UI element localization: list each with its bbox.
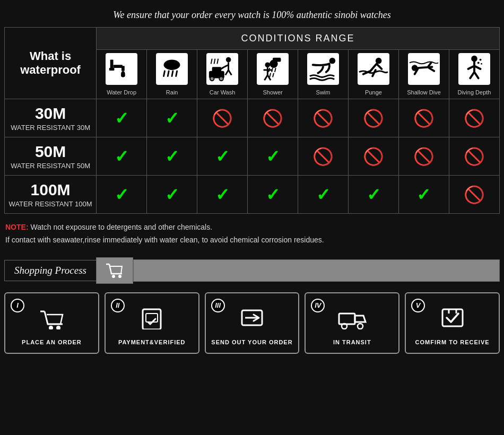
svg-point-21 xyxy=(210,77,214,81)
step-place-order: I PLACE AN ORDER xyxy=(4,292,99,354)
step3-label: SEND OUT YOUR ORDER xyxy=(211,338,292,346)
check-50m-shower: ✓ xyxy=(248,137,298,176)
check-100m-water-drop: ✓ xyxy=(97,176,147,214)
shallow-dive-label: Shallow Dive xyxy=(401,89,447,95)
svg-rect-57 xyxy=(146,314,158,322)
step5-icon xyxy=(439,306,466,334)
shopping-section: Shopping Process I xyxy=(0,252,504,364)
note-section: NOTE: Watch not exposure to detergents a… xyxy=(0,214,504,252)
check-50m-diving-depth: 🚫 xyxy=(449,137,499,176)
rain-label: Rain xyxy=(149,89,195,95)
svg-point-6 xyxy=(121,74,125,77)
col-water-drop: Water Drop xyxy=(97,50,147,99)
table-row-30m: 30M WATER RESISTANT 30M ✓ ✓ 🚫 🚫 🚫 🚫 🚫 🚫 xyxy=(5,99,500,137)
col-car-wash: Car Wash xyxy=(197,50,248,99)
svg-point-52 xyxy=(118,275,121,278)
car-wash-icon xyxy=(206,53,238,85)
col-rain: Rain xyxy=(147,50,197,99)
shopping-bar xyxy=(133,259,500,282)
note-line2: If contact with seawater,rinse immediate… xyxy=(5,234,499,247)
row-100m-label: 100M WATER RESISTANT 100M xyxy=(5,176,97,214)
svg-rect-20 xyxy=(212,67,221,72)
conditions-header: CONDITIONS RANGE xyxy=(97,28,500,50)
swim-label: Swim xyxy=(300,89,346,95)
check-100m-rain: ✓ xyxy=(147,176,197,214)
check-100m-punge: ✓ xyxy=(349,176,399,214)
check-50m-punge: 🚫 xyxy=(349,137,399,176)
punge-icon xyxy=(358,53,389,85)
svg-line-12 xyxy=(176,71,177,76)
check-50m-rain: ✓ xyxy=(147,137,197,176)
svg-point-14 xyxy=(226,57,231,63)
col-punge: Punge xyxy=(349,50,399,99)
svg-rect-2 xyxy=(109,68,115,71)
car-wash-label: Car Wash xyxy=(199,89,245,95)
svg-rect-3 xyxy=(114,65,123,68)
svg-point-34 xyxy=(265,62,271,67)
svg-point-62 xyxy=(358,324,363,329)
note-label: NOTE: xyxy=(5,223,29,231)
step-payment: II PAYMENT&VERIFIED xyxy=(105,292,199,354)
shopping-cart-box xyxy=(96,257,133,284)
diving-depth-label: Diving Depth xyxy=(451,89,497,95)
check-50m-shallow-dive: 🚫 xyxy=(399,137,449,176)
steps-row: I PLACE AN ORDER II xyxy=(4,292,500,364)
step5-label: COMFIRM TO RECEIVE xyxy=(415,338,490,346)
step3-num: III xyxy=(211,299,225,312)
check-50m-swim: 🚫 xyxy=(298,137,349,176)
step4-icon xyxy=(338,306,367,334)
check-50m-water-drop: ✓ xyxy=(97,137,147,176)
check-30m-rain: ✓ xyxy=(147,99,197,137)
check-50m-car-wash: ✓ xyxy=(197,137,248,176)
step4-num: IV xyxy=(311,299,325,312)
step1-label: PLACE AN ORDER xyxy=(22,338,82,346)
col-shallow-dive: Shallow Dive xyxy=(399,50,449,99)
shopping-header: Shopping Process xyxy=(4,257,500,284)
cart-icon xyxy=(105,262,124,279)
step2-label: PAYMENT&VERIFIED xyxy=(118,338,186,346)
svg-point-22 xyxy=(219,77,223,81)
svg-point-54 xyxy=(49,326,53,329)
shallow-dive-icon xyxy=(408,53,440,85)
svg-point-47 xyxy=(477,62,480,64)
svg-point-55 xyxy=(56,326,60,329)
note-line1: NOTE: Watch not exposure to detergents a… xyxy=(5,221,499,234)
svg-point-28 xyxy=(270,60,277,68)
check-100m-shallow-dive: ✓ xyxy=(399,176,449,214)
check-30m-water-drop: ✓ xyxy=(97,99,147,137)
row-50m-label: 50M WATER RESISTANT 50M xyxy=(5,137,97,176)
waterproof-section: What is waterproof CONDITIONS RANGE xyxy=(0,27,504,214)
step2-num: II xyxy=(111,299,125,312)
row-30m-label: 30M WATER RESISTANT 30M xyxy=(5,99,97,137)
step1-num: I xyxy=(11,299,24,312)
step4-label: IN TRANSIT xyxy=(333,338,371,346)
svg-point-8 xyxy=(164,60,180,70)
water-drop-icon xyxy=(106,53,137,85)
check-30m-punge: 🚫 xyxy=(349,99,399,137)
step1-icon xyxy=(38,306,65,334)
svg-rect-4 xyxy=(121,66,125,71)
water-drop-label: Water Drop xyxy=(99,89,144,95)
step-send-out: III SEND OUT YOUR ORDER xyxy=(205,292,300,354)
svg-rect-1 xyxy=(110,60,114,69)
check-100m-shower: ✓ xyxy=(248,176,298,214)
check-30m-diving-depth: 🚫 xyxy=(449,99,499,137)
note-text1: Watch not exposure to detergents and oth… xyxy=(29,223,213,231)
check-100m-diving-depth: 🚫 xyxy=(449,176,499,214)
step5-num: V xyxy=(411,299,425,312)
check-100m-swim: ✓ xyxy=(298,176,349,214)
col-swim: Swim xyxy=(298,50,349,99)
check-30m-shallow-dive: 🚫 xyxy=(399,99,449,137)
svg-line-10 xyxy=(168,71,169,76)
punge-label: Punge xyxy=(351,89,396,95)
svg-point-51 xyxy=(112,275,115,278)
svg-rect-63 xyxy=(442,309,463,326)
check-30m-swim: 🚫 xyxy=(298,99,349,137)
svg-point-40 xyxy=(329,58,336,64)
what-is-waterproof-label: What is waterproof xyxy=(5,28,97,99)
table-row-50m: 50M WATER RESISTANT 50M ✓ ✓ ✓ ✓ 🚫 🚫 🚫 🚫 xyxy=(5,137,500,176)
swim-icon xyxy=(307,53,339,85)
shower-label: Shower xyxy=(250,89,296,95)
check-100m-car-wash: ✓ xyxy=(197,176,248,214)
svg-point-49 xyxy=(481,63,482,65)
